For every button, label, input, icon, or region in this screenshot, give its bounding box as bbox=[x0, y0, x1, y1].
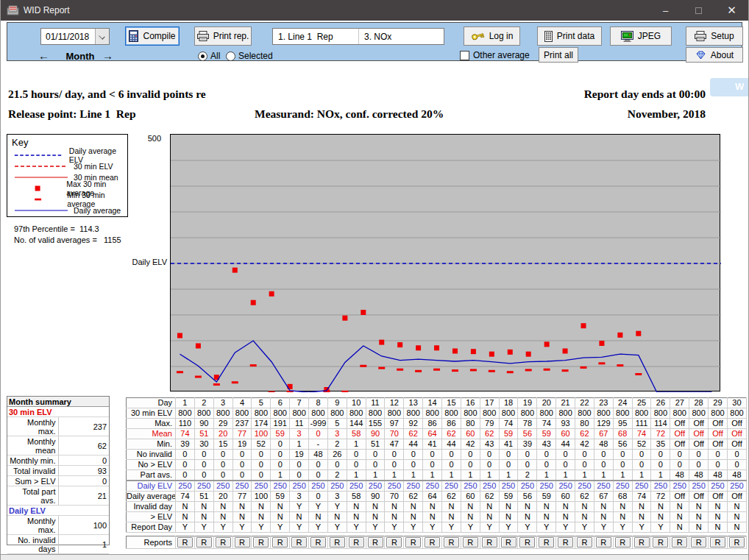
report-button-day-20[interactable]: R bbox=[539, 537, 554, 547]
cell: 3 bbox=[213, 398, 232, 408]
report-button-day-5[interactable]: R bbox=[253, 537, 269, 547]
cell: 59 bbox=[499, 492, 518, 502]
cell: N bbox=[385, 502, 404, 512]
compile-button[interactable]: Compile bbox=[125, 26, 180, 46]
cell: 1 bbox=[442, 470, 461, 481]
date-combo[interactable]: 01/11/2018 bbox=[40, 28, 110, 45]
next-month-arrow[interactable]: → bbox=[102, 49, 113, 62]
cell: 48 bbox=[709, 470, 728, 481]
reports-cell: R bbox=[194, 536, 213, 549]
cell: 800 bbox=[404, 408, 423, 419]
cell: 3 bbox=[327, 429, 347, 439]
report-selection-fields[interactable]: 1. Line 1 Rep 3. NOx bbox=[272, 28, 444, 45]
cell: 44 bbox=[404, 439, 423, 450]
cell: N bbox=[271, 502, 290, 512]
window-bottom-edge bbox=[1, 554, 748, 560]
print-data-button[interactable]: Print data bbox=[537, 26, 602, 46]
other-average-checkbox[interactable] bbox=[460, 51, 469, 60]
radio-selected-circle[interactable] bbox=[226, 52, 235, 61]
summary-value: 21 bbox=[58, 486, 109, 506]
report-button-day-22[interactable]: R bbox=[577, 537, 592, 547]
report-button-day-30[interactable]: R bbox=[729, 537, 745, 547]
radio-selected[interactable]: Selected bbox=[226, 51, 273, 61]
measurand-field[interactable]: 3. NOx bbox=[359, 29, 391, 44]
cell: 59 bbox=[271, 429, 290, 439]
cell: N bbox=[194, 512, 213, 522]
cell: 0 bbox=[556, 460, 575, 470]
reports-cell: R bbox=[594, 536, 613, 549]
maximize-button[interactable] bbox=[682, 0, 715, 21]
cell: 0 bbox=[594, 460, 613, 470]
summary-row: Total part avs.21 bbox=[7, 486, 109, 506]
report-button-day-3[interactable]: R bbox=[216, 537, 231, 547]
max-marker bbox=[177, 333, 182, 339]
cell: 86 bbox=[423, 419, 442, 429]
report-button-day-4[interactable]: R bbox=[235, 537, 250, 547]
setup-button[interactable]: Setup bbox=[686, 26, 743, 46]
report-button-day-26[interactable]: R bbox=[653, 537, 668, 547]
min-marker bbox=[269, 391, 275, 393]
report-button-day-2[interactable]: R bbox=[196, 537, 212, 547]
report-button-day-24[interactable]: R bbox=[615, 537, 631, 547]
report-button-day-8[interactable]: R bbox=[310, 537, 326, 547]
cell: 0 bbox=[232, 460, 252, 470]
cell: Off bbox=[727, 429, 746, 439]
release-point-field[interactable]: 1. Line 1 Rep bbox=[273, 29, 359, 44]
report-button-day-29[interactable]: R bbox=[710, 537, 725, 547]
print-rep-button[interactable]: Print rep. bbox=[194, 26, 252, 46]
summary-label: Monthly mean bbox=[7, 436, 58, 456]
report-button-day-21[interactable]: R bbox=[558, 537, 573, 547]
cell: N bbox=[499, 512, 518, 522]
minimize-button[interactable]: – bbox=[649, 0, 682, 21]
cell: 0 bbox=[290, 460, 309, 470]
radio-all[interactable]: All bbox=[198, 51, 220, 61]
report-button-day-11[interactable]: R bbox=[368, 537, 383, 547]
report-button-day-7[interactable]: R bbox=[291, 537, 307, 547]
report-button-day-1[interactable]: R bbox=[177, 537, 193, 547]
cell: 250 bbox=[575, 481, 594, 492]
report-button-day-19[interactable]: R bbox=[519, 537, 535, 547]
row-label: Min. bbox=[127, 439, 176, 450]
report-button-day-14[interactable]: R bbox=[425, 537, 440, 547]
cell: N bbox=[252, 502, 271, 512]
about-button[interactable]: About bbox=[686, 47, 743, 63]
cell: Y bbox=[347, 522, 366, 533]
report-button-day-15[interactable]: R bbox=[444, 537, 459, 547]
row-label: Daily average bbox=[127, 492, 176, 502]
cell: 62 bbox=[442, 492, 461, 502]
report-button-day-17[interactable]: R bbox=[482, 537, 497, 547]
cell: N bbox=[689, 522, 709, 533]
title-bar: WID Report – ✕ bbox=[1, 0, 748, 21]
report-button-day-25[interactable]: R bbox=[634, 537, 650, 547]
report-button-day-10[interactable]: R bbox=[349, 537, 364, 547]
report-button-day-27[interactable]: R bbox=[672, 537, 687, 547]
report-button-day-16[interactable]: R bbox=[463, 537, 478, 547]
login-button[interactable]: Log in bbox=[464, 26, 520, 46]
cell: 0 bbox=[176, 450, 195, 460]
report-button-day-23[interactable]: R bbox=[596, 537, 611, 547]
report-button-day-6[interactable]: R bbox=[272, 537, 288, 547]
combo-dropdown-button[interactable] bbox=[95, 29, 109, 44]
report-button-day-9[interactable]: R bbox=[330, 537, 345, 547]
table-row-30-min-elv: 30 min ELV800800800800800800800800800800… bbox=[127, 408, 747, 419]
report-button-day-28[interactable]: R bbox=[691, 537, 706, 547]
cell: 1 bbox=[404, 470, 423, 481]
cell: 77 bbox=[232, 429, 252, 439]
cell: 0 bbox=[670, 460, 689, 470]
report-button-day-12[interactable]: R bbox=[386, 537, 402, 547]
close-button[interactable]: ✕ bbox=[715, 0, 748, 21]
other-average-checkbox-row[interactable]: Other average bbox=[460, 50, 530, 60]
cell: 250 bbox=[499, 481, 518, 492]
cell: 30 bbox=[194, 439, 213, 450]
min-marker bbox=[341, 391, 348, 392]
prev-month-arrow[interactable]: ← bbox=[38, 49, 49, 62]
table-row-max-: Max.110902923717419111-99951441559792868… bbox=[127, 419, 747, 429]
cell: 5 bbox=[252, 398, 271, 408]
radio-all-circle[interactable] bbox=[198, 52, 207, 61]
cell: 68 bbox=[613, 429, 632, 439]
report-button-day-18[interactable]: R bbox=[501, 537, 517, 547]
report-button-day-13[interactable]: R bbox=[405, 537, 421, 547]
print-all-button[interactable]: Print all bbox=[539, 47, 578, 63]
print-all-label: Print all bbox=[544, 50, 573, 60]
jpeg-button[interactable]: JPEG bbox=[610, 26, 672, 46]
